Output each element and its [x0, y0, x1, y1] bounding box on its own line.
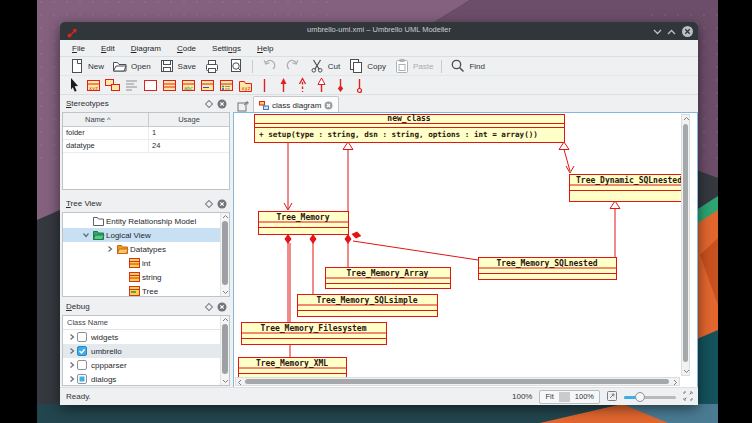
edge-composition-Tree_Memory-Tree_Memory_SQLnested[interactable] — [353, 241, 478, 260]
debug-item-widgets[interactable]: widgets — [63, 330, 220, 344]
tree-item-label: Datatypes — [130, 245, 166, 254]
stereotypes-dock-header: Stereotypes — [62, 97, 230, 111]
checkbox-on[interactable] — [77, 346, 87, 356]
stereotype-row[interactable]: datatype24 — [63, 140, 229, 153]
toolbar-find-button[interactable]: Find — [446, 57, 489, 75]
tool-select-button[interactable] — [65, 77, 84, 94]
toolbar-print-button[interactable] — [200, 57, 224, 75]
close-dock-icon[interactable] — [217, 302, 227, 312]
zoom-100-button[interactable]: 100% — [570, 392, 599, 401]
tool-object-button[interactable]: xyz — [84, 77, 103, 94]
class-title: Tree_Memory_Array — [347, 269, 429, 278]
debug-scrollbar[interactable] — [220, 316, 229, 385]
zoom-level-label: 100% — [512, 392, 532, 401]
horizontal-scrollbar[interactable] — [235, 377, 680, 386]
menu-settings[interactable]: Settings — [204, 44, 249, 53]
menu-diagram[interactable]: Diagram — [123, 44, 169, 53]
tool-datatype-button[interactable] — [198, 77, 217, 94]
app-window: umbrello-uml.xmi – Umbrello UML Modeller… — [60, 22, 698, 404]
debug-column-header[interactable]: Class Name — [63, 316, 229, 330]
checkbox-partial[interactable] — [77, 374, 87, 384]
zoom-fit-page-icon[interactable] — [607, 391, 617, 403]
titlebar[interactable]: umbrello-uml.xmi – Umbrello UML Modeller — [60, 22, 698, 40]
class-Tree_Dynamic_SQLnested[interactable]: Tree_Dynamic_SQLnested — [569, 175, 690, 202]
debug-item-umbrello[interactable]: umbrello — [63, 344, 220, 358]
tree-item-string[interactable]: string — [63, 270, 220, 284]
diagram-canvas[interactable]: new_class+ setup(type : string, dsn : st… — [233, 112, 698, 389]
class-Tree_Memory_XML[interactable]: Tree_Memory_XML — [238, 358, 347, 379]
tree-item-int[interactable]: int — [63, 256, 220, 270]
zoom-slider[interactable] — [624, 391, 676, 403]
class-new_class[interactable]: new_class+ setup(type : string, dsn : st… — [254, 114, 565, 143]
menu-edit[interactable]: Edit — [93, 44, 123, 53]
tab-class-diagram[interactable]: class diagram — [253, 96, 339, 113]
tool-composition-button[interactable] — [331, 77, 350, 94]
expander-closed-icon[interactable] — [66, 375, 77, 383]
stereotypes-table-header[interactable]: Name ^ Usage — [63, 113, 229, 127]
column-name[interactable]: Name ^ — [63, 113, 149, 126]
tool-dependency-button[interactable] — [293, 77, 312, 94]
tool-package-button[interactable]: xyz — [236, 77, 255, 94]
debug-item-cppparser[interactable]: cppparser — [63, 358, 220, 372]
tree-item-datatypes[interactable]: Datatypes — [63, 242, 220, 256]
vertical-scrollbar[interactable] — [681, 114, 690, 376]
tool-class-button[interactable] — [160, 77, 179, 94]
class-title: Tree_Memory_SQLnested — [496, 259, 597, 268]
class-Tree_Memory_Filesystem[interactable]: Tree_Memory_Filesystem — [241, 323, 387, 345]
class-Tree_Memory[interactable]: Tree_Memory — [258, 212, 349, 235]
expander-open-icon[interactable] — [80, 229, 92, 241]
toolbar-print-preview-button[interactable] — [224, 57, 248, 75]
menu-file[interactable]: File — [64, 44, 93, 53]
menu-help[interactable]: Help — [249, 44, 281, 53]
tree-item-logical-view[interactable]: Logical View — [63, 228, 220, 242]
toolbar-cut-button[interactable]: Cut — [305, 57, 344, 75]
toolbar-save-button[interactable]: Save — [155, 57, 200, 75]
close-button[interactable] — [681, 25, 694, 38]
expander-closed-icon[interactable] — [104, 243, 116, 255]
tree-item-tree[interactable]: Tree — [63, 284, 220, 297]
maximize-button[interactable] — [665, 25, 678, 38]
class-Tree_Memory_Array[interactable]: Tree_Memory_Array — [325, 268, 451, 289]
class-Tree_Memory_SQLsimple[interactable]: Tree_Memory_SQLsimple — [297, 295, 438, 317]
column-usage[interactable]: Usage — [149, 113, 229, 126]
close-dock-icon[interactable] — [217, 199, 227, 209]
debug-item-dialogs[interactable]: dialogs — [63, 372, 220, 386]
treeview-scrollbar[interactable] — [220, 213, 229, 296]
class-title: Tree_Memory_XML — [256, 359, 328, 368]
tool-association-button[interactable] — [255, 77, 274, 94]
tool-message-button[interactable] — [103, 77, 122, 94]
checkbox-off[interactable] — [77, 332, 87, 342]
tool-text-button[interactable] — [122, 77, 141, 94]
close-dock-icon[interactable] — [217, 99, 227, 109]
checkbox-off[interactable] — [77, 360, 87, 370]
stereotype-row[interactable]: folder1 — [63, 127, 229, 140]
fit-button[interactable]: Fit — [540, 392, 558, 401]
toolbar-copy-button[interactable]: Copy — [344, 57, 390, 75]
menu-code[interactable]: Code — [169, 44, 204, 53]
svg-text:abc: abc — [184, 84, 193, 90]
tool-interface-button[interactable]: abc — [179, 77, 198, 94]
tool-generalization-button[interactable] — [312, 77, 331, 94]
tool-containment-button[interactable] — [350, 77, 369, 94]
float-dock-icon[interactable] — [204, 302, 214, 312]
expander-closed-icon[interactable] — [66, 333, 77, 341]
expander-none — [80, 215, 92, 227]
toolbar-open-button[interactable]: Open — [108, 57, 155, 75]
toolbar-new-button[interactable]: New — [65, 57, 108, 75]
class-Tree_Memory_SQLnested[interactable]: Tree_Memory_SQLnested — [478, 258, 617, 280]
horizontal-scrollbar-thumb[interactable] — [245, 379, 669, 384]
tool-directed-association-button[interactable] — [274, 77, 293, 94]
vertical-scrollbar-thumb[interactable] — [683, 124, 688, 362]
debug-item-label: cppparser — [91, 361, 127, 370]
tool-enum-button[interactable] — [217, 77, 236, 94]
tab-close-icon[interactable] — [324, 101, 333, 110]
tree-item-entity-relationship-model[interactable]: Entity Relationship Model — [63, 214, 220, 228]
zoom-slider-handle[interactable] — [635, 392, 645, 402]
expander-closed-icon[interactable] — [66, 361, 77, 369]
fullscreen-icon[interactable] — [683, 391, 693, 403]
float-dock-icon[interactable] — [204, 199, 214, 209]
tool-box-button[interactable] — [141, 77, 160, 94]
minimize-button[interactable] — [651, 25, 664, 38]
expander-closed-icon[interactable] — [66, 347, 77, 355]
float-dock-icon[interactable] — [204, 99, 214, 109]
